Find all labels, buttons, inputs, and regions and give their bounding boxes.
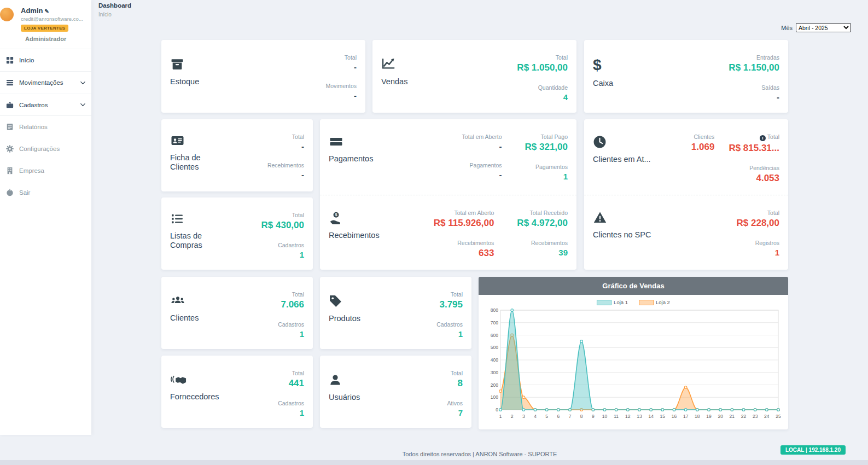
card-title: Clientes no SPC	[593, 230, 651, 240]
stat: Ativos 7	[447, 400, 463, 417]
stat-label: Total	[451, 370, 463, 376]
stat: Quantidade 4	[538, 84, 568, 102]
archive-icon	[170, 57, 184, 71]
clock-icon	[593, 135, 607, 149]
stat: Total R$ 430,00	[261, 212, 304, 231]
svg-text:400: 400	[491, 357, 498, 363]
svg-text:13: 13	[637, 414, 642, 419]
legend-item-loja1[interactable]: Loja 1	[597, 299, 628, 305]
sidebar-item-label: Configurações	[19, 146, 60, 152]
card-clientes: Clientes Total 7.066 Cadastros 1	[161, 277, 313, 349]
svg-text:17: 17	[683, 414, 689, 419]
stat: Total 7.066	[281, 291, 304, 310]
store-badge: LOJA VERTENTES	[21, 25, 68, 32]
stat-value: R$ 321,00	[525, 142, 568, 153]
card-title: Clientes	[170, 313, 199, 323]
id-card-icon	[170, 134, 185, 147]
sidebar-item-inicio[interactable]: Início	[0, 49, 91, 71]
stat-value: -	[267, 170, 304, 179]
legend-item-loja2[interactable]: Loja 2	[639, 299, 670, 305]
stat: Clientes 1.069	[691, 133, 715, 153]
stat-label: Saídas	[761, 84, 779, 91]
stat: Pagamentos 1	[535, 164, 568, 181]
sidebar-item-relatorios[interactable]: Relatórios	[0, 116, 91, 138]
sidebar-item-label: Movimentações	[19, 79, 63, 86]
profile-role: Administrador	[25, 36, 87, 42]
stat-label: Total	[292, 133, 304, 140]
environment-badge: LOCAL | 192.168.1.20	[780, 445, 846, 455]
page-title: Dashboard	[98, 2, 131, 9]
legend-label: Loja 2	[656, 299, 670, 305]
stat: Total -	[345, 54, 357, 72]
tag-icon	[329, 294, 342, 308]
stat-value: R$ 4.972,00	[517, 218, 568, 229]
stat-value: 7	[447, 408, 463, 417]
stat-value: R$ 430,00	[261, 220, 304, 231]
card-title: Ficha de Clientes	[170, 153, 228, 172]
svg-text:600: 600	[491, 333, 498, 338]
svg-text:700: 700	[491, 320, 498, 326]
avatar[interactable]	[0, 8, 14, 21]
svg-text:14: 14	[648, 414, 654, 419]
legend-swatch	[597, 300, 611, 305]
month-select[interactable]: Abril - 2025	[796, 23, 851, 32]
report-icon	[5, 123, 14, 131]
stat-label: Total	[737, 210, 779, 216]
grid-icon	[5, 56, 14, 65]
stat: Total 8	[451, 370, 463, 389]
card-listas-compras: Listas de Compras Total R$ 430,00 Cadast…	[161, 197, 313, 270]
sidebar-item-movimentacoes[interactable]: Movimentações	[0, 72, 91, 94]
info-icon[interactable]: i	[760, 135, 766, 141]
stat: Pagamentos -	[470, 162, 502, 179]
sidebar-item-label: Início	[19, 57, 34, 63]
stat: Entradas R$ 1.150,00	[729, 54, 779, 73]
stat-label: Total	[261, 212, 304, 218]
stat: Registros 1	[755, 240, 779, 257]
stat-label: Recebimentos	[531, 240, 568, 246]
briefcase-icon	[5, 101, 14, 109]
card-clientes-atraso-spc: Clientes em At... Clientes 1.069 iTotal …	[584, 119, 788, 270]
user-icon	[329, 373, 342, 387]
svg-text:500: 500	[491, 345, 498, 350]
stat: iTotal R$ 815.31...	[729, 133, 779, 154]
card-title: Fornecedores	[170, 392, 219, 402]
stat-label: Total	[345, 54, 357, 61]
stat: Movimentos -	[325, 83, 357, 100]
svg-text:23: 23	[753, 414, 758, 419]
stat-value: R$ 1.050,00	[517, 62, 568, 73]
stat: Total Recebido R$ 4.972,00	[517, 210, 568, 229]
stat-label: Quantidade	[538, 84, 568, 91]
sidebar-item-cadastros[interactable]: Cadastros	[0, 94, 91, 115]
sidebar-item-configuracoes[interactable]: Configurações	[0, 138, 91, 160]
edit-pencil-icon[interactable]: ✎	[44, 8, 49, 14]
stat-value: R$ 228,00	[737, 218, 779, 229]
stat: Total R$ 1.050,00	[517, 54, 568, 73]
sidebar-item-empresa[interactable]: Empresa	[0, 160, 91, 182]
sidebar-menu: Início Movimentações Cadastros	[0, 49, 91, 204]
stat: Recebimentos 39	[531, 240, 568, 257]
copyright-text: Todos direitos reservados | ANRON Softwa…	[91, 451, 868, 457]
stat-value: 1.069	[691, 142, 715, 153]
stat-value: 4	[538, 92, 568, 102]
card-title: Recebimentos	[329, 231, 380, 240]
stat-label: Cadastros	[278, 321, 304, 328]
stat-label: Cadastros	[278, 400, 304, 406]
sidebar-item-sair[interactable]: Sair	[0, 182, 91, 204]
card-title: Listas de Compras	[170, 231, 228, 251]
list-icon	[170, 212, 184, 225]
sales-area-chart: 0100200300400500600700800123456789101112…	[484, 306, 783, 422]
card-title: Clientes em At...	[593, 155, 651, 164]
stat-value: R$ 1.150,00	[729, 62, 779, 73]
stat-label: Pagamentos	[535, 164, 568, 170]
card-title: Vendas	[381, 77, 407, 86]
stat: Recebimentos 633	[457, 240, 494, 259]
stat: Total R$ 228,00	[737, 210, 779, 229]
chart-line-icon	[381, 57, 395, 71]
dollar-icon: $	[593, 57, 602, 73]
stat: Saídas -	[761, 84, 779, 102]
chart-title: Gráfico de Vendas	[479, 277, 788, 295]
stat: Total em Aberto -	[462, 133, 502, 151]
stat-value: -	[462, 142, 502, 151]
stat: Total em Aberto R$ 115.926,00	[434, 210, 494, 229]
svg-text:4: 4	[534, 414, 537, 419]
